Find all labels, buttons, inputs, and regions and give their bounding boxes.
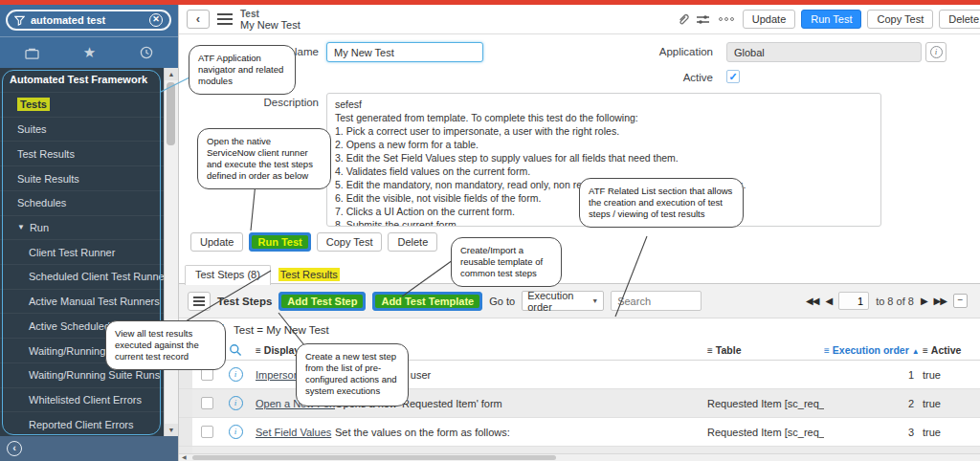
record-type: Test [240, 9, 301, 19]
list-pagination: ◀◀ ◀ to 8 of 8 ▶ ▶▶ − [806, 292, 968, 310]
previous-page-icon[interactable]: ◀ [825, 296, 832, 306]
sidebar-item-scheduled-client-test-runner[interactable]: Scheduled Client Test Runner [0, 264, 178, 289]
next-page-icon[interactable]: ▶ [921, 296, 927, 306]
row-checkbox[interactable] [201, 397, 213, 409]
tab-test-steps[interactable]: Test Steps (8) [185, 265, 271, 285]
row-active: true [918, 369, 979, 381]
row-active: true [918, 427, 979, 438]
sidebar-item-tests[interactable]: Tests [0, 92, 178, 117]
callout-test-results: View all test results executed against t… [105, 320, 226, 370]
navigator-search-row: automated test ✕ [0, 5, 178, 36]
all-applications-icon[interactable] [25, 47, 39, 59]
sidebar-item-suites[interactable]: Suites [0, 117, 178, 142]
sidebar-item-client-test-runner[interactable]: Client Test Runner [0, 239, 178, 264]
sidebar-item-whitelisted-client-errors[interactable]: Whitelisted Client Errors [0, 387, 178, 412]
related-list-title: Test Steps [217, 296, 272, 307]
scrollbar-thumb[interactable] [192, 455, 556, 460]
scrollbar-thumb[interactable] [167, 82, 175, 145]
page-number-input[interactable] [838, 292, 869, 310]
row-execution-order: 2 [824, 398, 918, 409]
clear-search-icon[interactable]: ✕ [149, 13, 163, 27]
sidebar-scrollbar[interactable]: ▲ ▼ [164, 68, 178, 436]
run-test-button[interactable]: Run Test [801, 10, 861, 29]
scroll-up-icon[interactable]: ▲ [165, 68, 178, 80]
row-execution-order: 3 [824, 427, 918, 438]
callout-add-step: Create a new test step from the list of … [296, 343, 409, 406]
callout-run-test: Open the native ServiceNow client runner… [197, 128, 331, 189]
info-icon: i [930, 46, 943, 58]
sidebar-item-test-results[interactable]: Test Results [0, 141, 178, 165]
update-button[interactable]: Update [743, 10, 795, 29]
record-name: My New Test [240, 19, 301, 31]
collapse-sidebar-icon[interactable]: ‹ [7, 441, 22, 456]
callout-app-navigator: ATF Application navigator and related mo… [189, 45, 296, 95]
page-range-text: to 8 of 8 [876, 296, 914, 307]
column-menu-icon[interactable]: ≡ [707, 345, 713, 356]
callout-template: Create/Import a reusable template of com… [451, 237, 562, 287]
column-header-active[interactable]: ≡Active [918, 344, 979, 356]
column-menu-icon[interactable]: ≡ [824, 345, 830, 356]
paperclip-icon[interactable] [677, 12, 690, 27]
update-button-bottom[interactable]: Update [190, 232, 243, 252]
scroll-left-icon[interactable]: ◀ [182, 454, 187, 461]
personalize-sliders-icon[interactable] [696, 13, 710, 26]
navigator-menu: Automated Test Framework Tests Suites Te… [0, 68, 178, 436]
filter-funnel-icon [14, 15, 25, 26]
form-header: ‹ Test My New Test Update Run Test Copy … [179, 5, 980, 34]
first-page-icon[interactable]: ◀◀ [806, 296, 818, 306]
horizontal-scrollbar[interactable]: ◀ [179, 453, 980, 461]
copy-test-button-bottom[interactable]: Copy Test [317, 232, 383, 252]
related-list-tabs: Test Steps (8) Test Results [185, 265, 347, 285]
application-info-button[interactable]: i [925, 42, 947, 62]
row-info-icon[interactable]: i [229, 396, 243, 410]
navigator-tabs: ★ [0, 36, 178, 68]
run-test-button-bottom[interactable]: Run Test [249, 232, 310, 252]
row-info-icon[interactable]: i [229, 367, 243, 382]
tab-test-results[interactable]: Test Results [271, 266, 347, 285]
row-info-icon[interactable]: i [229, 425, 243, 439]
column-menu-icon[interactable]: ≡ [923, 345, 928, 356]
sidebar-item-schedules[interactable]: Schedules [0, 190, 178, 215]
back-button[interactable]: ‹ [187, 10, 210, 29]
row-active: true [918, 398, 979, 409]
table-row-partial: i [179, 447, 980, 453]
name-input[interactable] [326, 42, 483, 62]
servicenow-atf-screen: automated test ✕ ★ Automated Test Framew… [0, 0, 980, 461]
copy-test-button[interactable]: Copy Test [867, 10, 933, 29]
last-page-icon[interactable]: ▶▶ [934, 296, 947, 306]
add-test-template-button[interactable]: Add Test Template [372, 292, 482, 311]
scroll-down-icon[interactable]: ▼ [165, 424, 178, 436]
more-actions-icon[interactable] [719, 17, 734, 21]
header-actions: Update Run Test Copy Test Delete [677, 10, 980, 29]
form-buttons: Update Run Test Copy Test Delete [190, 232, 437, 252]
record-title: Test My New Test [240, 9, 301, 31]
sidebar-item-active-manual-test-runners[interactable]: Active Manual Test Runners [0, 289, 178, 314]
delete-button-bottom[interactable]: Delete [388, 232, 437, 252]
row-display-link[interactable]: Set Field Values [250, 427, 335, 438]
navigator-footer: ‹ [0, 436, 178, 461]
active-checkbox[interactable]: ✓ [726, 70, 740, 83]
column-header-table[interactable]: ≡Table [667, 344, 824, 356]
list-search-input[interactable] [611, 291, 702, 311]
table-row: i Set Field Values Set the values on the… [179, 418, 980, 447]
row-table: Requested Item [sc_req_item] [667, 398, 824, 409]
sidebar-item-run[interactable]: ▼Run [0, 215, 178, 240]
column-header-execution-order[interactable]: ≡Execution order ▲ [824, 344, 918, 356]
top-accent-bar [0, 0, 980, 5]
form-context-menu-icon[interactable] [217, 13, 233, 25]
list-breadcrumb: Test = My New Test [212, 321, 329, 339]
application-input [726, 42, 922, 62]
add-test-step-button[interactable]: Add Test Step [278, 292, 366, 311]
row-checkbox[interactable] [201, 426, 213, 438]
breadcrumb-condition[interactable]: Test = My New Test [234, 324, 329, 336]
history-clock-icon[interactable] [140, 46, 153, 59]
list-menu-icon[interactable] [188, 292, 211, 311]
sidebar-item-suite-results[interactable]: Suite Results [0, 165, 178, 190]
navigator-search-input[interactable]: automated test ✕ [6, 10, 171, 31]
column-menu-icon[interactable]: ≡ [256, 345, 261, 356]
goto-field-select[interactable]: Execution order ▼ [522, 291, 604, 311]
favorites-icon[interactable]: ★ [83, 44, 96, 61]
minimize-list-icon[interactable]: − [953, 294, 968, 308]
sidebar-item-reported-client-errors[interactable]: Reported Client Errors [0, 411, 178, 436]
delete-button[interactable]: Delete [939, 10, 980, 29]
